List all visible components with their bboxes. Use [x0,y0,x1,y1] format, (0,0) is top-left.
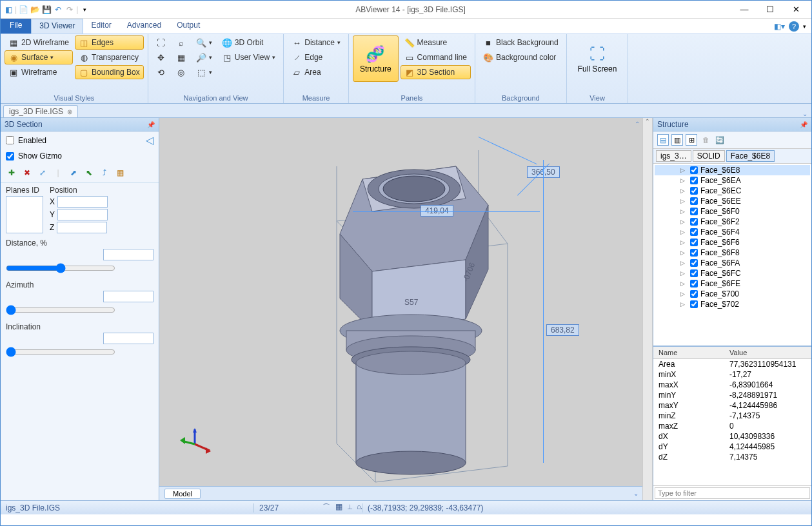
btn-nav3[interactable]: ⟲ [152,65,170,79]
tree-row[interactable]: ▷Face_$6F0 [655,206,810,217]
face-checkbox[interactable] [690,259,698,267]
face-checkbox[interactable] [690,280,698,287]
plane-add-icon[interactable]: ✚ [6,167,17,179]
azimuth-input[interactable] [103,291,153,302]
tree-row[interactable]: ▷Face_$6F2 [655,217,810,227]
y-input[interactable] [57,209,108,220]
expand-icon[interactable]: ▷ [680,270,688,277]
close-button[interactable]: ✕ [783,2,809,17]
btn-user-view[interactable]: ◳User View ▾ [218,50,279,64]
face-checkbox[interactable] [690,208,698,215]
face-checkbox[interactable] [690,166,698,174]
btn-distance[interactable]: ↔Distance ▾ [288,35,344,50]
plane-icon6[interactable]: ⤴ [99,167,110,179]
btn-view[interactable]: ⬚▾ [192,65,216,79]
expand-icon[interactable]: ▷ [680,229,688,235]
tree-row[interactable]: ▷Face_$6EE [655,196,810,206]
tree-row[interactable]: ▷Face_$6F4 [655,227,810,237]
pin-icon[interactable]: 📌 [800,121,807,128]
plane-icon5[interactable]: ⬉ [83,167,95,179]
tree-row[interactable]: ▷Face_$6FE [655,278,810,289]
distance-input[interactable] [103,249,153,260]
new-icon[interactable]: 📄 [18,5,28,15]
planes-list[interactable] [6,196,43,233]
expand-icon[interactable]: ▷ [680,301,688,307]
tree-row[interactable]: ▷Face_$6EC [655,186,810,196]
tab-editor[interactable]: Editor [83,19,119,34]
tab-advanced[interactable]: Advanced [119,19,169,34]
face-checkbox[interactable] [690,269,698,277]
face-checkbox[interactable] [690,228,698,236]
tree-row[interactable]: ▷Face_$6F6 [655,237,810,248]
enabled-checkbox[interactable] [6,136,14,144]
tree-row[interactable]: ▷Face_$6FA [655,258,810,268]
structure-tree[interactable]: ▷Face_$6E8▷Face_$6EA▷Face_$6EC▷Face_$6EE… [653,164,811,346]
btn-nav5[interactable]: ▦ [172,50,190,64]
delete-icon[interactable]: 🗑 [700,134,711,146]
expand-icon[interactable]: ▷ [680,188,688,194]
tree-row[interactable]: ▷Face_$702 [655,299,810,309]
btn-3d-section[interactable]: ◩3D Section [401,65,471,79]
help-icon[interactable]: ? [789,21,799,32]
style-icon[interactable]: ◧▾ [774,22,785,31]
3d-viewport[interactable]: S57 -0706 366,50 [159,118,642,486]
pin-icon[interactable]: 📌 [147,121,155,128]
bc-face[interactable]: Face_$6E8 [726,150,775,162]
tab-output[interactable]: Output [169,19,208,34]
btn-edge[interactable]: ⟋Edge [288,50,344,64]
btn-measure-panel[interactable]: 📏Measure [401,35,471,50]
viewport-menu-icon[interactable]: ⌃ [635,121,640,128]
sb-icon2[interactable]: ▦ [335,502,342,513]
redo-icon[interactable]: ↷ [64,5,75,15]
face-checkbox[interactable] [690,177,698,184]
minimize-button[interactable]: — [731,2,757,17]
distance-slider[interactable] [6,263,115,273]
gizmo-checkbox[interactable] [6,152,14,161]
tab-3d-viewer[interactable]: 3D Viewer [31,19,83,34]
split-v-icon[interactable]: ▥ [671,134,683,146]
face-checkbox[interactable] [690,300,698,308]
sb-icon1[interactable]: ⌒ [322,502,330,513]
plane-del-icon[interactable]: ✖ [21,167,33,179]
btn-nav6[interactable]: ◎ [172,65,190,79]
save-icon[interactable]: 💾 [41,5,52,15]
expand-icon[interactable]: ▷ [680,239,688,246]
plane-icon7[interactable]: ▦ [114,167,126,179]
btn-zoomext[interactable]: 🔎▾ [192,50,216,64]
btn-3d-orbit[interactable]: 🌐3D Orbit [218,35,279,50]
btn-edges[interactable]: ◫Edges [75,35,144,50]
face-checkbox[interactable] [690,197,698,205]
expand-icon[interactable]: ▷ [680,280,688,287]
btn-nav4[interactable]: ⌕ [172,35,190,50]
face-checkbox[interactable] [690,187,698,195]
file-tab[interactable]: File [1,19,31,34]
tree-row[interactable]: ▷Face_$700 [655,289,810,299]
btn-nav1[interactable]: ⛶ [152,35,170,50]
expand-icon[interactable]: ⊞ [686,134,697,146]
bc-solid[interactable]: SOLID [693,150,725,162]
sb-icon4[interactable]: ⏢ [357,502,362,513]
inclination-input[interactable] [103,333,153,344]
btn-nav2[interactable]: ✥ [152,50,170,64]
btn-structure-big[interactable]: 🧬 Structure [353,35,399,82]
split-h-icon[interactable]: ▤ [657,134,669,146]
undo-icon[interactable]: ↶ [53,5,63,15]
section-indicator-icon[interactable]: ◁ [146,134,153,146]
viewport-scrollbar[interactable]: ⌃ [642,118,653,500]
btn-surface[interactable]: ◉Surface ▾ [5,50,73,64]
model-tab[interactable]: Model [164,489,201,499]
expand-icon[interactable]: ▷ [680,219,688,225]
maximize-button[interactable]: ☐ [757,2,783,17]
doc-tab[interactable]: igs_3D File.IGS ⊗ [3,105,78,117]
btn-area[interactable]: ▱Area [288,65,344,79]
z-input[interactable] [57,222,107,233]
plane-icon3[interactable]: ⤢ [37,167,48,179]
open-icon[interactable]: 📂 [30,5,40,15]
tree-row[interactable]: ▷Face_$6E8 [655,165,810,175]
x-input[interactable] [57,196,108,208]
btn-bg-color[interactable]: 🎨Background color [479,50,562,64]
expand-icon[interactable]: ▷ [680,249,688,256]
expand-icon[interactable]: ▷ [680,208,688,215]
btn-black-bg[interactable]: ■Black Background [479,35,562,50]
qat-dropdown-icon[interactable]: ▾ [79,5,90,15]
